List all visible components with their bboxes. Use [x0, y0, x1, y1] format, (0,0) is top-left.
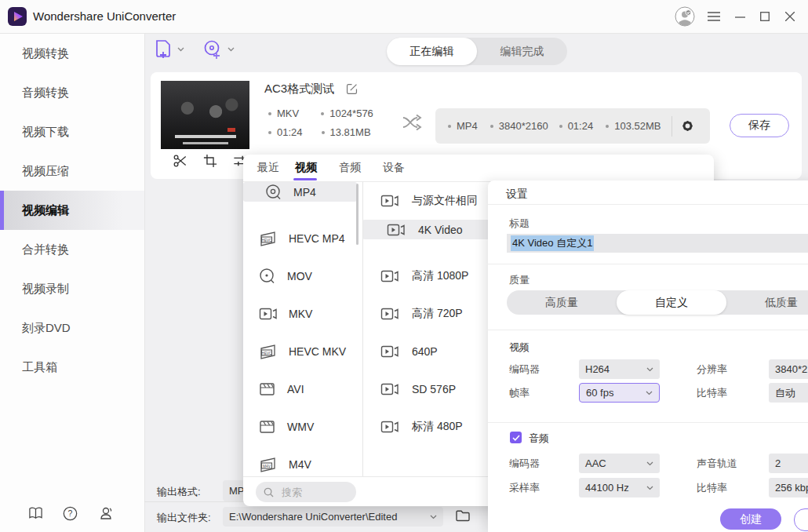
title-input[interactable]: 4K Video 自定义1	[507, 234, 808, 253]
sidebar-item-video-convert[interactable]: 视频转换	[0, 34, 144, 73]
sidebar-item-video-download[interactable]: 视频下载	[0, 112, 144, 151]
samplerate-select[interactable]: 44100 Hz	[579, 478, 660, 497]
gear-icon[interactable]	[680, 118, 695, 133]
chevron-down-icon	[646, 486, 653, 490]
video-camera-icon	[259, 306, 278, 322]
video-camera-icon	[380, 268, 399, 284]
app-title: Wondershare UniConverter	[33, 9, 176, 23]
search-icon	[264, 487, 274, 497]
audio-channels-select[interactable]: 2	[769, 454, 808, 473]
output-folder-label: 输出文件夹:	[157, 511, 211, 525]
sidebar-item-burn-dvd[interactable]: 刻录DVD	[0, 308, 144, 348]
close-icon[interactable]	[783, 9, 797, 24]
audio-encoder-select[interactable]: AAC	[579, 454, 660, 473]
tab-device[interactable]: 设备	[383, 161, 405, 175]
format-item-hevc-mkv[interactable]: HEVC HEVC MKV	[243, 333, 357, 370]
source-size: 13.81MB	[330, 126, 371, 138]
title-input-value: 4K Video 自定义1	[511, 235, 594, 251]
manual-book-icon[interactable]	[28, 506, 43, 520]
audio-encoder-label: 编码器	[509, 457, 540, 471]
folder-icon[interactable]	[455, 508, 471, 523]
search-box[interactable]	[256, 482, 356, 502]
sidebar-item-video-compress[interactable]: 视频压缩	[0, 151, 144, 191]
audio-channels-label: 声音轨道	[697, 457, 737, 471]
account-avatar-icon[interactable]	[675, 6, 695, 27]
format-item-m4v[interactable]: M4V M4V	[243, 446, 357, 476]
app-logo-icon	[8, 7, 27, 26]
tab-editing[interactable]: 正在编辑	[387, 38, 477, 65]
video-bitrate-select[interactable]: 自动	[769, 383, 808, 403]
file-title: AC3格式测试	[264, 82, 334, 97]
quality-segmented-control: 高质量 自定义 低质量	[507, 290, 808, 315]
title-field-label: 标题	[509, 217, 530, 231]
audio-checkbox[interactable]	[510, 432, 522, 443]
format-item-mp4[interactable]: MP4	[243, 182, 357, 202]
mov-disc-icon	[259, 268, 276, 285]
format-item-wmv[interactable]: WMV	[243, 408, 357, 446]
audio-channels-value: 2	[775, 457, 781, 469]
audio-bitrate-select[interactable]: 256 kbps	[769, 478, 808, 497]
hevc-icon: HEVC	[259, 343, 278, 360]
video-thumbnail	[161, 81, 249, 149]
video-bitrate-value: 自动	[775, 386, 795, 400]
rename-edit-icon[interactable]	[345, 82, 359, 96]
divider	[488, 422, 808, 423]
sidebar-item-merge-convert[interactable]: 合并转换	[0, 230, 144, 269]
video-resolution-select[interactable]: 3840*2160	[769, 359, 808, 379]
scrollbar-thumb[interactable]	[356, 184, 359, 245]
tab-edit-done[interactable]: 编辑完成	[477, 38, 567, 65]
sidebar-item-audio-convert[interactable]: 音频转换	[0, 73, 144, 112]
tab-audio[interactable]: 音频	[339, 161, 361, 175]
sidebar-item-screen-record[interactable]: 视频录制	[0, 269, 144, 308]
chevron-down-icon	[227, 47, 235, 52]
framerate-value: 60 fps	[586, 387, 613, 399]
convert-arrow-icon	[402, 113, 425, 132]
menu-icon[interactable]	[707, 9, 721, 24]
maximize-icon[interactable]	[758, 9, 772, 24]
tab-recent[interactable]: 最近	[257, 161, 279, 175]
sidebar-item-toolbox[interactable]: 工具箱	[0, 348, 144, 387]
minimize-icon[interactable]	[733, 9, 747, 24]
divider	[672, 116, 672, 137]
chevron-down-icon	[646, 391, 653, 395]
crop-icon[interactable]	[203, 154, 217, 168]
help-icon[interactable]: ?	[63, 506, 78, 521]
save-button[interactable]: 保存	[730, 114, 789, 137]
add-file-button[interactable]	[154, 39, 184, 60]
chevron-down-icon	[177, 47, 184, 52]
audio-section-label: 音频	[529, 432, 549, 446]
sidebar-item-video-edit[interactable]: 视频编辑	[0, 191, 144, 230]
audio-encoder-value: AAC	[585, 457, 606, 469]
video-camera-icon	[380, 381, 399, 397]
framerate-select[interactable]: 60 fps	[579, 383, 660, 403]
chevron-down-icon	[646, 461, 653, 466]
video-encoder-select[interactable]: H264	[579, 359, 660, 379]
svg-text:M4V: M4V	[263, 465, 271, 468]
output-info-box: MP4 3840*2160 01:24 103.52MB	[435, 108, 710, 144]
search-input[interactable]	[280, 486, 346, 499]
quality-option-high[interactable]: 高质量	[507, 290, 617, 315]
output-resolution: 3840*2160	[499, 120, 548, 132]
svg-text:?: ?	[68, 509, 73, 518]
video-encoder-label: 编码器	[509, 363, 540, 377]
samplerate-label: 采样率	[509, 481, 540, 495]
add-device-button[interactable]	[202, 39, 235, 60]
format-item-mov[interactable]: MOV	[243, 257, 357, 295]
video-camera-icon	[380, 344, 399, 359]
format-item-hevc-mp4[interactable]: HEVC HEVC MP4	[243, 220, 357, 257]
divider	[488, 204, 808, 205]
contact-icon[interactable]	[97, 506, 113, 520]
title-bar: Wondershare UniConverter	[0, 0, 808, 34]
format-item-avi[interactable]: AVI	[243, 370, 357, 408]
create-button[interactable]: 创建	[720, 508, 781, 530]
quality-option-custom[interactable]: 自定义	[617, 290, 726, 315]
format-item-mkv[interactable]: MKV	[243, 295, 357, 333]
tab-video[interactable]: 视频	[295, 161, 317, 175]
quality-option-low[interactable]: 低质量	[726, 290, 808, 315]
cut-scissors-icon[interactable]	[173, 154, 187, 168]
output-duration: 01:24	[568, 120, 594, 132]
partial-cancel-button[interactable]	[794, 508, 808, 531]
framerate-label: 帧率	[509, 386, 530, 400]
output-folder-select[interactable]: E:\Wondershare UniConverter\Edited	[223, 507, 443, 527]
video-encoder-value: H264	[585, 363, 610, 375]
